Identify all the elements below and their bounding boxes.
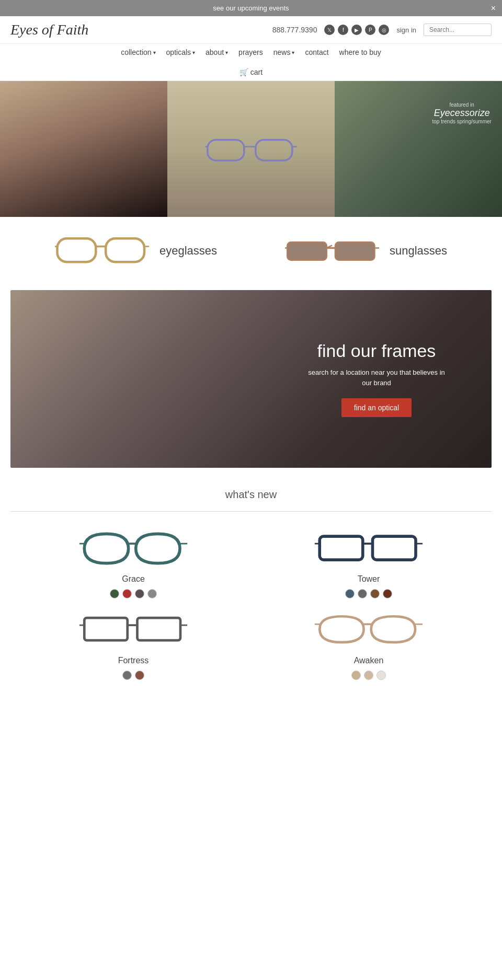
sunglasses-category[interactable]: sunglasses <box>285 233 447 269</box>
svg-rect-10 <box>287 242 326 260</box>
product-categories: eyeglasses sunglasses <box>0 217 502 285</box>
grace-image <box>76 527 191 569</box>
logo[interactable]: Eyes of Faith <box>10 21 88 38</box>
swatch[interactable] <box>147 589 157 598</box>
social-icons: 𝕏 f ▶ P ◎ <box>324 25 389 35</box>
swatch[interactable] <box>370 589 380 598</box>
nav-news[interactable]: news ▾ <box>273 48 295 56</box>
hero-left-panel <box>0 81 167 217</box>
tower-name: Tower <box>358 574 380 584</box>
nav-opticals[interactable]: opticals ▾ <box>166 48 195 56</box>
close-icon[interactable]: × <box>491 4 496 13</box>
grace-swatches <box>110 589 157 598</box>
svg-rect-11 <box>335 242 374 260</box>
awaken-name: Awaken <box>354 656 384 665</box>
swatch[interactable] <box>135 589 144 598</box>
find-frames-section: find our frames search for a location ne… <box>10 290 492 468</box>
svg-rect-20 <box>373 536 416 560</box>
product-card-grace[interactable]: Grace <box>21 527 246 598</box>
eyeglasses-label: eyeglasses <box>159 244 217 258</box>
product-card-fortress[interactable]: Fortress <box>21 609 246 680</box>
phone-number: 888.777.9390 <box>272 26 317 34</box>
chevron-down-icon: ▾ <box>225 50 228 55</box>
swatch[interactable] <box>358 589 367 598</box>
swatch[interactable] <box>351 671 361 680</box>
youtube-icon[interactable]: ▶ <box>351 25 362 35</box>
nav-contact[interactable]: contact <box>305 48 328 56</box>
search-input[interactable] <box>424 24 492 36</box>
tower-swatches <box>345 589 392 598</box>
top-banner: see our upcoming events × <box>0 0 502 16</box>
tower-image <box>311 527 426 569</box>
sign-in-link[interactable]: sign in <box>396 26 416 34</box>
nav-about[interactable]: about ▾ <box>206 48 228 56</box>
awaken-swatches <box>351 671 386 680</box>
fortress-swatches <box>122 671 144 680</box>
swatch[interactable] <box>345 589 355 598</box>
featured-badge: featured in Eyecessorize top trends spri… <box>432 102 491 124</box>
awaken-image <box>311 609 426 651</box>
chevron-down-icon: ▾ <box>292 50 294 55</box>
nav-prayers[interactable]: prayers <box>238 48 263 56</box>
fortress-image <box>76 609 191 651</box>
instagram-icon[interactable]: ◎ <box>379 25 389 35</box>
swatch[interactable] <box>110 589 119 598</box>
whats-new-heading: what's new <box>10 489 492 501</box>
find-frames-content: find our frames search for a location ne… <box>303 341 450 417</box>
hero-center-panel <box>167 81 335 217</box>
eyeglasses-image <box>55 233 149 269</box>
eyeglasses-category[interactable]: eyeglasses <box>55 233 217 269</box>
svg-rect-25 <box>138 618 181 640</box>
hero-section: featured in Eyecessorize top trends spri… <box>0 81 502 217</box>
svg-rect-24 <box>84 618 128 640</box>
grace-name: Grace <box>122 574 145 584</box>
product-grid: Grace Tower <box>0 522 502 696</box>
svg-rect-19 <box>320 536 363 560</box>
header: Eyes of Faith 888.777.9390 𝕏 f ▶ P ◎ sig… <box>0 16 502 44</box>
header-top-row: 888.777.9390 𝕏 f ▶ P ◎ sign in <box>272 24 492 36</box>
swatch[interactable] <box>364 671 373 680</box>
find-frames-subtext: search for a location near you that beli… <box>303 367 450 388</box>
cart-link[interactable]: 🛒 cart <box>239 68 263 76</box>
svg-rect-0 <box>208 140 244 160</box>
header-right: 888.777.9390 𝕏 f ▶ P ◎ sign in <box>272 24 492 36</box>
twitter-icon[interactable]: 𝕏 <box>324 25 335 35</box>
svg-rect-6 <box>106 238 144 262</box>
find-optical-button[interactable]: find an optical <box>341 398 412 417</box>
whats-new-section: what's new <box>0 473 502 506</box>
nav-collection[interactable]: collection ▾ <box>121 48 155 56</box>
chevron-down-icon: ▾ <box>192 50 195 55</box>
svg-rect-1 <box>256 140 292 160</box>
chevron-down-icon: ▾ <box>153 50 156 55</box>
swatch[interactable] <box>135 671 144 680</box>
swatch[interactable] <box>122 589 132 598</box>
swatch[interactable] <box>122 671 132 680</box>
swatch[interactable] <box>383 589 392 598</box>
section-divider <box>10 511 492 512</box>
sunglasses-image <box>285 233 379 269</box>
find-frames-wrapper: find our frames search for a location ne… <box>0 285 502 473</box>
sunglasses-label: sunglasses <box>390 244 447 258</box>
product-card-awaken[interactable]: Awaken <box>256 609 481 680</box>
cart-icon: 🛒 <box>239 68 248 76</box>
svg-rect-5 <box>57 238 96 262</box>
swatch[interactable] <box>376 671 386 680</box>
find-frames-heading: find our frames <box>303 341 450 361</box>
main-nav: collection ▾ opticals ▾ about ▾ prayers … <box>0 44 502 81</box>
pinterest-icon[interactable]: P <box>365 25 375 35</box>
banner-text: see our upcoming events <box>213 4 289 12</box>
facebook-icon[interactable]: f <box>338 25 348 35</box>
fortress-name: Fortress <box>118 656 149 665</box>
product-card-tower[interactable]: Tower <box>256 527 481 598</box>
hero-right-panel: featured in Eyecessorize top trends spri… <box>335 81 502 217</box>
nav-where-to-buy[interactable]: where to buy <box>339 48 381 56</box>
